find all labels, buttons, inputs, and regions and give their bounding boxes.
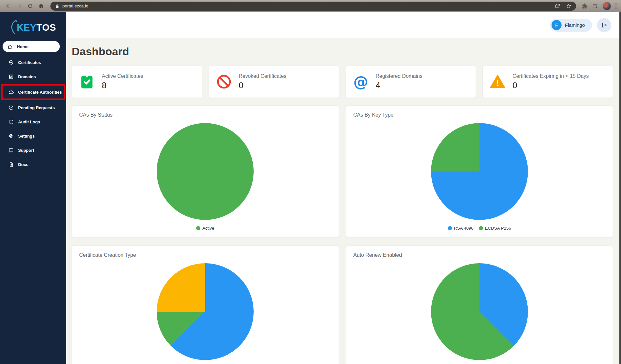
gear-icon: [8, 133, 14, 139]
legend-dot-icon: [448, 226, 452, 230]
legend-label: Active: [202, 226, 214, 231]
sidebar-item-label: Home: [17, 44, 28, 49]
user-avatar: F: [552, 20, 562, 30]
sidebar-item-label: Certificate Authorities: [18, 90, 62, 95]
sidebar: KEYTOS Home Certificates Domains: [0, 12, 66, 364]
sidebar-item-label: Support: [18, 148, 34, 153]
chart-card-certificate-creation-type: Certificate Creation Type Azure Key Vaul…: [72, 245, 339, 364]
clipboard-check-icon: [79, 73, 95, 90]
shield-check-icon: [8, 60, 14, 65]
share-icon[interactable]: [555, 3, 560, 9]
at-sign-icon: @: [353, 73, 369, 90]
legend-label: ECDSA P256: [485, 226, 511, 231]
toolbar-right-cluster: [582, 2, 618, 10]
back-icon: [5, 3, 11, 9]
stat-card-active-certificates: Active Certificates 8: [72, 66, 202, 98]
stat-label: Revoked Certificates: [239, 73, 287, 79]
sidebar-item-support[interactable]: Support: [0, 143, 66, 157]
keytos-logo[interactable]: KEYTOS: [0, 18, 66, 36]
sidebar-item-pending-requests[interactable]: Pending Requests: [0, 100, 66, 115]
warning-icon: [489, 73, 506, 90]
legend-dot-icon: [479, 226, 483, 230]
charts-grid: CAs By Status Active CAs By Key Type RSA…: [72, 105, 613, 364]
logout-icon: [601, 22, 607, 28]
sidebar-item-docs[interactable]: Docs: [0, 157, 66, 172]
browser-home-icon: [38, 3, 44, 9]
stat-card-revoked-certificates: Revoked Certificates 0: [209, 66, 339, 98]
chart-legend: RSA 4096ECDSA P256: [353, 226, 606, 231]
legend-item: RSA 4096: [448, 226, 474, 231]
page-title: Dashboard: [72, 45, 613, 58]
legend-dot-icon: [196, 226, 200, 230]
reload-button[interactable]: [25, 1, 35, 11]
pie-chart-cas-by-key-type: [431, 123, 528, 220]
chart-title: Certificate Creation Type: [79, 252, 332, 258]
browser-menu-icon[interactable]: [616, 3, 617, 9]
chart-title: CAs By Key Type: [353, 112, 606, 118]
stat-value: 8: [102, 80, 143, 90]
main-area: F Flamingo Dashboard Active Certificates: [66, 12, 621, 364]
contacts-book-icon: [8, 74, 14, 79]
chart-card-cas-by-status: CAs By Status Active: [72, 105, 339, 238]
sidebar-item-label: Docs: [18, 162, 28, 167]
media-list-icon[interactable]: [592, 3, 598, 9]
stat-card-registered-domains: @ Registered Domains 4: [346, 66, 476, 98]
sidebar-item-label: Domains: [18, 74, 36, 79]
chart-legend: Active: [79, 226, 332, 231]
cloud-icon: [8, 89, 14, 95]
sidebar-item-domains[interactable]: Domains: [0, 69, 66, 84]
block-icon: [216, 73, 232, 90]
app-window: KEYTOS Home Certificates Domains: [0, 12, 621, 364]
extensions-puzzle-icon[interactable]: [582, 3, 588, 9]
audit-dial-icon: [8, 119, 14, 125]
sidebar-item-label: Pending Requests: [18, 105, 55, 110]
stats-row: Active Certificates 8 Revoked Certificat…: [72, 66, 613, 98]
reload-icon: [27, 3, 33, 9]
bookmark-star-icon[interactable]: [566, 3, 572, 9]
sidebar-item-home[interactable]: Home: [3, 41, 60, 52]
legend-item: Active: [196, 226, 214, 231]
page-scrollbar[interactable]: [619, 12, 621, 364]
home-button[interactable]: [36, 1, 46, 11]
sidebar-item-certificate-authorities[interactable]: Certificate Authorities: [3, 86, 64, 99]
back-button[interactable]: [3, 1, 13, 11]
keytos-shield-swoosh-icon: [10, 20, 17, 35]
browser-toolbar: portal.ezca.io: [0, 0, 621, 12]
user-name: Flamingo: [565, 22, 585, 28]
user-chip[interactable]: F Flamingo: [550, 19, 592, 32]
address-bar[interactable]: portal.ezca.io: [50, 2, 576, 11]
url-text: portal.ezca.io: [62, 4, 88, 8]
sidebar-item-label: Settings: [18, 134, 35, 139]
chat-bubble-icon: [8, 148, 14, 153]
stat-value: 0: [512, 80, 589, 90]
browser-profile-avatar[interactable]: [603, 2, 611, 10]
logo-text: KEYTOS: [17, 22, 56, 33]
pie-chart-auto-renew-enabled: [431, 263, 528, 360]
annotation-highlight-box: Certificate Authorities: [1, 84, 65, 100]
stat-label: Active Certificates: [102, 73, 143, 79]
forward-button[interactable]: [14, 1, 24, 11]
lock-icon: [55, 4, 59, 8]
sidebar-item-settings[interactable]: Settings: [0, 129, 66, 143]
sidebar-item-certificates[interactable]: Certificates: [0, 55, 66, 69]
sidebar-item-audit-logs[interactable]: Audit Logs: [0, 115, 66, 129]
sidebar-nav: Home Certificates Domains C: [0, 41, 66, 172]
stat-card-expiring-certificates: Certificates Expiring in < 15 Days 0: [482, 66, 613, 98]
stat-value: 0: [239, 80, 287, 90]
dashboard-content: Dashboard Active Certificates 8: [66, 38, 621, 364]
sidebar-item-label: Certificates: [18, 60, 41, 65]
pie-chart-cas-by-status: [157, 123, 254, 220]
stat-label: Registered Domains: [376, 73, 423, 79]
stat-label: Certificates Expiring in < 15 Days: [512, 73, 589, 79]
pie-chart-certificate-creation-type: [157, 263, 254, 360]
chart-card-auto-renew-enabled: Auto Renew Enabled Manual LifecycleAutom…: [346, 245, 613, 364]
forward-icon: [16, 3, 22, 9]
sidebar-item-label: Audit Logs: [18, 120, 40, 124]
legend-item: ECDSA P256: [479, 226, 511, 231]
stat-value: 4: [376, 80, 423, 90]
logout-button[interactable]: [597, 18, 611, 32]
top-bar: F Flamingo: [66, 12, 621, 38]
home-icon: [7, 44, 13, 49]
check-circle-icon: [8, 105, 14, 110]
legend-label: RSA 4096: [454, 226, 474, 231]
